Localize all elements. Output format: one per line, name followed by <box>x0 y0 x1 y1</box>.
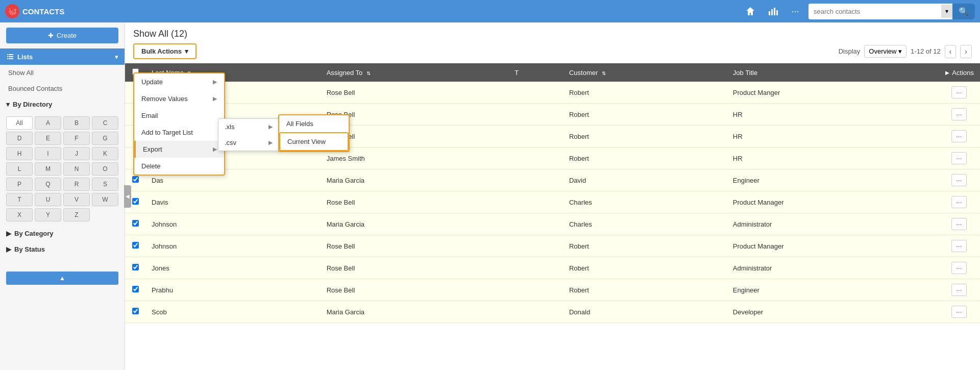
alpha-grid: All A B C D E F G H I J K L M N O P Q R … <box>0 112 125 226</box>
row-actions-button[interactable]: ··· <box>951 240 967 252</box>
cell-customer: Robert <box>563 126 727 147</box>
sidebar-item-bounced[interactable]: Bounced Contacts <box>0 81 125 96</box>
row-actions-button[interactable]: ··· <box>951 218 967 230</box>
alpha-all[interactable]: All <box>6 116 33 130</box>
display-select[interactable]: Overview ▾ <box>864 45 906 58</box>
col-type[interactable]: T <box>508 63 563 82</box>
alpha-t[interactable]: T <box>6 193 33 206</box>
row-checkbox[interactable] <box>132 220 139 227</box>
row-checkbox[interactable] <box>132 198 139 205</box>
search-dropdown-btn[interactable]: ▾ <box>941 5 952 18</box>
sidebar-by-directory[interactable]: ▾ By Directory <box>0 96 125 112</box>
create-button[interactable]: ✚ Create <box>6 28 118 43</box>
row-checkbox[interactable] <box>132 264 139 270</box>
more-icon[interactable]: ··· <box>786 2 804 20</box>
row-checkbox[interactable] <box>132 286 139 292</box>
cell-assigned-to: Rose Bell <box>321 126 508 147</box>
sidebar-by-status[interactable]: ▶ By Status <box>0 241 125 257</box>
svg-rect-5 <box>9 54 13 55</box>
sidebar-scroll-top[interactable]: ▲ <box>6 272 118 285</box>
alpha-l[interactable]: L <box>6 162 33 176</box>
select-all-checkbox[interactable] <box>132 68 139 75</box>
alpha-x[interactable]: X <box>6 208 33 221</box>
chevron-right-icon: ▾ <box>6 101 10 108</box>
alpha-q[interactable]: Q <box>35 178 61 191</box>
col-customer[interactable]: Customer ⇅ <box>563 63 727 82</box>
sidebar-collapse-handle[interactable]: ◀ <box>124 185 131 208</box>
cell-actions: ··· <box>938 257 980 279</box>
alpha-s[interactable]: S <box>92 178 118 191</box>
alpha-a[interactable]: A <box>35 116 61 130</box>
sidebar-by-category[interactable]: ▶ By Category <box>0 226 125 241</box>
alpha-i[interactable]: I <box>35 147 61 160</box>
table-row: ScobMaria GarciaDonaldDeveloper··· <box>125 301 980 323</box>
alpha-k[interactable]: K <box>92 147 118 160</box>
alpha-c[interactable]: C <box>92 116 118 130</box>
prev-page-button[interactable]: ‹ <box>945 45 957 58</box>
svg-rect-8 <box>7 58 8 59</box>
table-row: James SmithRobertHR··· <box>125 147 980 169</box>
alpha-u[interactable]: U <box>35 193 61 206</box>
alpha-w[interactable]: W <box>92 193 118 206</box>
alpha-z[interactable]: Z <box>63 208 90 221</box>
alpha-e[interactable]: E <box>35 132 61 145</box>
row-actions-button[interactable]: ··· <box>951 86 967 98</box>
main-layout: ✚ Create Lists ▾ Show All Bounced Contac… <box>0 22 980 370</box>
sidebar-lists-header[interactable]: Lists ▾ <box>0 48 125 65</box>
alpha-m[interactable]: M <box>35 162 61 176</box>
svg-rect-9 <box>9 58 13 59</box>
row-checkbox-cell <box>125 235 145 257</box>
cell-customer: Robert <box>563 147 727 169</box>
cell-type <box>508 169 563 191</box>
alpha-j[interactable]: J <box>63 147 90 160</box>
row-checkbox[interactable] <box>132 242 139 249</box>
search-input[interactable] <box>808 5 941 18</box>
cell-assigned-to: Maria Garcia <box>321 301 508 323</box>
row-actions-button[interactable]: ··· <box>951 262 967 274</box>
alpha-n[interactable]: N <box>63 162 90 176</box>
cell-job-title: Product Manger <box>727 82 938 104</box>
row-actions-button[interactable]: ··· <box>951 108 967 120</box>
next-page-button[interactable]: › <box>960 45 972 58</box>
alpha-p[interactable]: P <box>6 178 33 191</box>
cell-assigned-to: Rose Bell <box>321 235 508 257</box>
row-actions-button[interactable]: ··· <box>951 284 967 296</box>
alpha-o[interactable]: O <box>92 162 118 176</box>
cell-customer: Robert <box>563 257 727 279</box>
alpha-d[interactable]: D <box>6 132 33 145</box>
plus-icon: ✚ <box>48 32 54 39</box>
cell-customer: Robert <box>563 104 727 126</box>
cell-assigned-to: Maria Garcia <box>321 213 508 235</box>
cell-type <box>508 104 563 126</box>
alpha-v[interactable]: V <box>63 193 90 206</box>
sidebar-item-show-all[interactable]: Show All <box>0 65 125 81</box>
row-checkbox[interactable] <box>132 176 139 183</box>
row-actions-button[interactable]: ··· <box>951 130 967 142</box>
table-row: PrabhuRose BellRobertEngineer··· <box>125 279 980 301</box>
create-label: Create <box>57 32 77 39</box>
row-actions-button[interactable]: ··· <box>951 174 967 186</box>
chart-icon[interactable] <box>764 2 782 20</box>
row-actions-button[interactable]: ··· <box>951 306 967 318</box>
home-icon[interactable] <box>741 2 760 20</box>
cell-last-name: Prabhu <box>145 279 321 301</box>
alpha-y[interactable]: Y <box>35 208 61 221</box>
alpha-g[interactable]: G <box>92 132 118 145</box>
col-checkbox[interactable] <box>125 63 145 82</box>
alpha-f[interactable]: F <box>63 132 90 145</box>
cell-assigned-to: Rose Bell <box>321 82 508 104</box>
row-checkbox[interactable] <box>132 308 139 314</box>
row-actions-button[interactable]: ··· <box>951 196 967 208</box>
search-button[interactable]: 🔍 <box>952 4 975 19</box>
svg-rect-4 <box>7 54 8 55</box>
col-last-name[interactable]: Last Name ⇅ <box>145 63 321 82</box>
alpha-h[interactable]: H <box>6 147 33 160</box>
bulk-actions-button[interactable]: Bulk Actions ▾ <box>133 43 197 59</box>
alpha-r[interactable]: R <box>63 178 90 191</box>
cell-last-name: Brown <box>145 104 321 126</box>
col-assigned-to[interactable]: Assigned To ⇅ <box>321 63 508 82</box>
table-row: JohnsonMaria GarciaCharlesAdministrator·… <box>125 213 980 235</box>
alpha-b[interactable]: B <box>63 116 90 130</box>
table-row: JohnsonRose BellRobertProduct Manager··· <box>125 235 980 257</box>
row-actions-button[interactable]: ··· <box>951 152 967 164</box>
